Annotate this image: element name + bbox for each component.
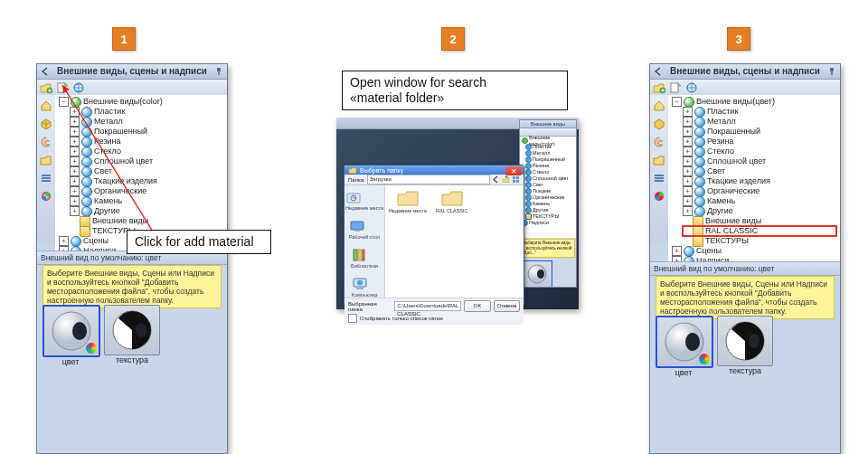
tree-item[interactable]: Металл bbox=[94, 117, 123, 127]
collapse-left-icon[interactable] bbox=[652, 65, 665, 78]
swatch-texture[interactable] bbox=[717, 316, 773, 366]
home-icon[interactable] bbox=[39, 99, 53, 113]
new-icon[interactable] bbox=[668, 80, 683, 95]
globe-icon[interactable] bbox=[71, 80, 86, 95]
tree-item[interactable]: Покрашенный bbox=[707, 127, 760, 137]
mini-panel-title: Внешние виды bbox=[520, 120, 576, 128]
cube-icon[interactable] bbox=[39, 117, 53, 131]
close-button[interactable]: ✕ bbox=[505, 166, 522, 175]
tree-sibling[interactable]: Сцены bbox=[696, 246, 722, 256]
look-in-combo[interactable]: Загрузки bbox=[367, 175, 490, 184]
svg-rect-6 bbox=[42, 177, 51, 179]
tree-item[interactable]: ТЕКСТУРЫ bbox=[705, 236, 749, 246]
tree-item[interactable]: Покрашенный bbox=[94, 127, 147, 137]
folders-only-checkbox[interactable]: Отображать только список папок bbox=[348, 314, 520, 323]
svg-point-10 bbox=[72, 322, 87, 340]
new-icon[interactable] bbox=[55, 80, 70, 95]
tree-item[interactable]: Другие bbox=[707, 206, 733, 216]
palette-icon[interactable] bbox=[39, 135, 53, 149]
up-icon[interactable] bbox=[502, 175, 510, 184]
add-folder-button[interactable] bbox=[39, 80, 53, 95]
appearance-panel-step3: Внешние виды, сцены и надписи −Внешние в… bbox=[649, 63, 841, 454]
file-list[interactable]: Недавние места RAL CLASSIC bbox=[385, 185, 524, 298]
rainbow-badge-icon bbox=[699, 354, 710, 364]
palette-icon[interactable] bbox=[652, 135, 666, 149]
tree-item[interactable]: Металл bbox=[707, 117, 736, 127]
svg-rect-36 bbox=[655, 177, 664, 179]
home-icon[interactable] bbox=[652, 99, 666, 113]
hint-tooltip: Выберите Внешние виды, Сцены или Надписи… bbox=[656, 276, 835, 319]
workspace-scene: Внешние виды Внешние виды(color) Пластик… bbox=[336, 118, 579, 309]
material-tree[interactable]: −Внешние виды(цвет) +Пластик +Металл +По… bbox=[668, 95, 840, 266]
pushpin-icon[interactable] bbox=[212, 65, 225, 78]
tree-item[interactable]: Органические bbox=[707, 186, 760, 196]
places-libraries[interactable]: Библиотеки bbox=[351, 247, 378, 269]
tree-item[interactable]: Камень bbox=[707, 196, 735, 206]
tree-root[interactable]: − Внешние виды(color) bbox=[59, 97, 223, 107]
swatch-texture[interactable] bbox=[104, 305, 160, 355]
cancel-button[interactable]: Отмена bbox=[494, 300, 520, 312]
color-wheel-icon[interactable] bbox=[39, 189, 53, 203]
folder-side-icon[interactable] bbox=[39, 153, 53, 167]
folder-side-icon[interactable] bbox=[652, 153, 666, 167]
look-in-label: Папка: bbox=[348, 177, 365, 183]
svg-rect-7 bbox=[42, 180, 51, 182]
appearance-panel-step1: Внешние виды, сцены и надписи − bbox=[36, 63, 228, 454]
selected-folder-field[interactable]: C:\Users\Downloads\RAL CLASSIC bbox=[394, 301, 461, 311]
list-icon[interactable] bbox=[652, 171, 666, 185]
dialog-toolbar: Папка: Загрузки bbox=[344, 175, 524, 185]
mini-swatch-color[interactable] bbox=[522, 260, 552, 288]
tree-sibling[interactable]: Сцены bbox=[83, 236, 108, 246]
svg-rect-37 bbox=[655, 180, 664, 182]
tree-item[interactable]: Пластик bbox=[707, 107, 738, 117]
tree-item[interactable]: Органические bbox=[94, 186, 146, 196]
tree-item[interactable]: Свет bbox=[94, 166, 112, 176]
tree-item[interactable]: Сплошной цвет bbox=[707, 156, 766, 166]
views-icon[interactable] bbox=[512, 175, 520, 184]
tree-item[interactable]: Пластик bbox=[94, 107, 125, 117]
tree-item[interactable]: Свет bbox=[707, 166, 725, 176]
tree-item[interactable]: Камень bbox=[94, 196, 122, 206]
file-item-recent[interactable]: Недавние места bbox=[389, 189, 427, 213]
tree-item[interactable]: Ткацкие изделия bbox=[94, 176, 157, 186]
dialog-bottom: Выбранная папка C:\Users\Downloads\RAL C… bbox=[344, 298, 524, 325]
svg-rect-18 bbox=[513, 180, 515, 183]
swatch-color[interactable] bbox=[656, 316, 713, 368]
svg-rect-16 bbox=[513, 176, 515, 179]
globe-icon[interactable] bbox=[684, 80, 699, 95]
color-wheel-icon[interactable] bbox=[652, 189, 666, 203]
tree-item[interactable]: Внешние виды bbox=[92, 216, 148, 226]
collapse-left-icon[interactable] bbox=[39, 65, 52, 78]
tree-item-ral-classic[interactable]: RAL CLASSIC bbox=[683, 226, 836, 236]
tree-item[interactable]: Ткацкие изделия bbox=[707, 176, 770, 186]
tree-item[interactable]: Резина bbox=[94, 137, 121, 147]
tree-item[interactable]: Стекло bbox=[94, 147, 121, 156]
svg-point-15 bbox=[537, 270, 544, 279]
places-recent[interactable]: Недавние места bbox=[345, 189, 383, 211]
cube-icon[interactable] bbox=[652, 117, 666, 131]
tree-item[interactable]: Резина bbox=[707, 137, 734, 147]
select-folder-dialog: Выбрать папку ✕ Папка: Загрузки Недавние… bbox=[344, 165, 524, 306]
places-desktop[interactable]: Рабочий стол bbox=[349, 218, 381, 240]
checkbox-icon[interactable] bbox=[348, 314, 357, 323]
tree-item[interactable]: Другие bbox=[94, 206, 120, 216]
svg-point-12 bbox=[136, 323, 146, 337]
dialog-title-bar[interactable]: Выбрать папку ✕ bbox=[344, 166, 524, 175]
add-folder-button[interactable] bbox=[652, 80, 666, 95]
tree-root-label: Внешние виды(color) bbox=[83, 97, 163, 107]
collapse-icon[interactable]: − bbox=[59, 97, 69, 107]
ok-button[interactable]: ОК bbox=[464, 300, 490, 312]
tree-item[interactable]: Внешние виды bbox=[705, 216, 761, 226]
rainbow-badge-icon bbox=[86, 343, 97, 354]
pushpin-icon[interactable] bbox=[826, 65, 838, 78]
tree-item[interactable]: Сплошной цвет bbox=[94, 156, 153, 166]
list-icon[interactable] bbox=[39, 171, 53, 185]
mini-tree[interactable]: Внешние виды(color) Пластик Металл Покра… bbox=[520, 137, 576, 238]
tree-item[interactable]: Стекло bbox=[707, 147, 734, 156]
swatch-label: текстура bbox=[717, 366, 773, 375]
back-icon[interactable] bbox=[492, 175, 500, 184]
swatch-color[interactable] bbox=[42, 305, 100, 357]
places-computer[interactable]: Компьютер bbox=[352, 276, 377, 298]
swatch-area: цвет текстура bbox=[656, 316, 835, 430]
file-item-ral-classic[interactable]: RAL CLASSIC bbox=[436, 189, 468, 213]
